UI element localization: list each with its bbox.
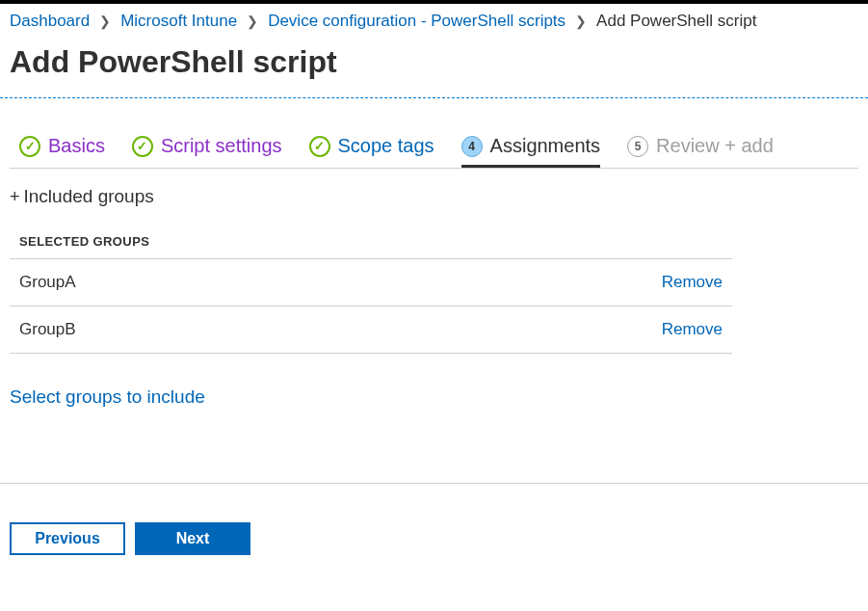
breadcrumb-item-current: Add PowerShell script	[596, 12, 756, 31]
check-icon: ✓	[132, 136, 153, 157]
tab-review-add: 5 Review + add	[627, 135, 774, 168]
tab-assignments[interactable]: 4 Assignments	[461, 135, 601, 168]
breadcrumb: Dashboard ❯ Microsoft Intune ❯ Device co…	[0, 4, 868, 37]
tab-label: Assignments	[490, 135, 601, 157]
select-groups-link[interactable]: Select groups to include	[0, 354, 868, 408]
included-groups-label: Included groups	[24, 186, 154, 207]
remove-group-link[interactable]: Remove	[662, 273, 723, 292]
chevron-right-icon: ❯	[247, 13, 258, 29]
chevron-right-icon: ❯	[575, 13, 587, 29]
page-title: Add PowerShell script	[0, 37, 868, 97]
previous-button[interactable]: Previous	[10, 522, 125, 555]
check-icon: ✓	[309, 136, 330, 157]
table-row: GroupB Remove	[10, 306, 732, 354]
selected-groups-header: SELECTED GROUPS	[0, 207, 868, 258]
next-button[interactable]: Next	[135, 522, 250, 555]
group-name: GroupA	[19, 273, 76, 292]
check-icon: ✓	[19, 136, 40, 157]
tab-label: Basics	[48, 135, 105, 157]
tab-script-settings[interactable]: ✓ Script settings	[132, 135, 282, 168]
table-row: GroupA Remove	[10, 258, 732, 306]
breadcrumb-item-intune[interactable]: Microsoft Intune	[120, 12, 237, 31]
tab-label: Review + add	[656, 135, 774, 157]
wizard-footer: Previous Next	[0, 484, 868, 574]
included-groups-toggle[interactable]: + Included groups	[10, 186, 858, 207]
step-number-icon: 4	[461, 136, 483, 157]
tab-basics[interactable]: ✓ Basics	[19, 135, 105, 168]
tab-scope-tags[interactable]: ✓ Scope tags	[309, 135, 434, 168]
selected-groups-table: GroupA Remove GroupB Remove	[0, 258, 868, 354]
tab-label: Scope tags	[338, 135, 434, 157]
remove-group-link[interactable]: Remove	[662, 320, 723, 339]
chevron-right-icon: ❯	[99, 13, 111, 29]
tab-label: Script settings	[161, 135, 282, 157]
group-name: GroupB	[19, 320, 76, 339]
wizard-tabs: ✓ Basics ✓ Script settings ✓ Scope tags …	[0, 98, 868, 168]
step-number-icon: 5	[627, 136, 648, 157]
breadcrumb-item-dashboard[interactable]: Dashboard	[10, 12, 90, 31]
breadcrumb-item-device-config[interactable]: Device configuration - PowerShell script…	[268, 12, 566, 31]
plus-icon: +	[10, 187, 20, 207]
